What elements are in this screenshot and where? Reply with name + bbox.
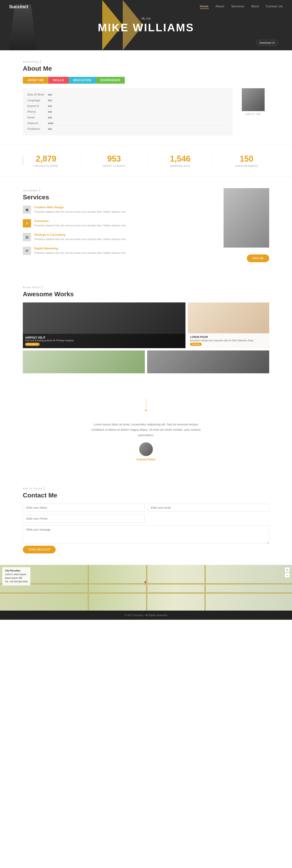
contact-form xyxy=(23,504,269,544)
stat-team-label: Team Members xyxy=(235,164,258,167)
map-address-phone: Tel: +55 444 555 4444 xyxy=(5,581,28,583)
work-stationery-tag[interactable]: DESIGN xyxy=(190,343,202,346)
contact-eyebrow: Get In Touch | xyxy=(23,486,269,490)
about-tabs: About Me Skills Education Experience xyxy=(23,77,269,84)
hero-greeting: Hi, I'm xyxy=(98,17,194,20)
marketing-icon: M xyxy=(23,247,31,255)
nav-logo[interactable]: Succinct xyxy=(9,4,28,9)
map-background: 📍 xyxy=(0,565,292,611)
testimonial-quote: Lorem ipsum dolor sit amet, consectetur … xyxy=(89,422,203,438)
contact-title: Contact Me xyxy=(23,492,269,499)
nav-links: Home About Services Work Contact Us xyxy=(200,5,283,9)
contact-name-input[interactable] xyxy=(23,504,145,512)
service-strategy-desc: Phasellus dapibus felis elit, sed accums… xyxy=(34,237,126,241)
web-design-icon: ▣ xyxy=(23,206,31,214)
work-branding-sub: Font and branding projects for Printing … xyxy=(25,339,183,342)
service-animation-content: Animation Phasellus dapibus felis elit, … xyxy=(34,219,126,227)
testimonial-section: “ Lorem ipsum dolor sit amet, consectetu… xyxy=(0,385,292,475)
hero-name: MIKE WILLIAMS xyxy=(98,21,194,34)
service-animation-desc: Phasellus dapibus felis elit, sed accums… xyxy=(34,224,126,227)
map-zoom-in-button[interactable]: + xyxy=(285,567,290,572)
contact-phone-input[interactable] xyxy=(23,515,145,523)
about-info-table: Date Of Birth xxx Language xxx Expert In… xyxy=(23,88,233,135)
stat-team: 150 Team Members xyxy=(235,154,258,167)
nav-contact[interactable]: Contact Us xyxy=(266,5,283,9)
info-row-phone: Phone xxx xyxy=(27,109,228,115)
contact-message-input[interactable] xyxy=(23,526,269,544)
service-marketing-desc: Phasellus dapibus felis elit, sed accums… xyxy=(34,251,126,255)
nav-home[interactable]: Home xyxy=(200,5,209,9)
stat-divider-3 xyxy=(213,155,213,166)
map-section: 📍 Vila Filosoﬁas Lorim 4, lorem ipsum Ip… xyxy=(0,565,292,611)
stat-projects: 2,879 Projects Done xyxy=(34,154,59,167)
nav-services[interactable]: Services xyxy=(231,5,245,9)
contact-section: Get In Touch | Contact Me SEND MESSAGE xyxy=(0,475,292,565)
tab-skills[interactable]: Skills xyxy=(48,77,69,84)
work-branding-caption: ADIPISCI VELIT Font and branding project… xyxy=(23,334,185,348)
about-section: Something | About Me About Me Skills Edu… xyxy=(0,50,292,145)
stat-awards: 1,546 Awards Won xyxy=(170,154,190,167)
nav-work[interactable]: Work xyxy=(251,5,259,9)
map-pin-icon: 📍 xyxy=(143,581,148,585)
stat-clients-label: Happy Clients xyxy=(103,164,125,167)
tab-about[interactable]: About Me xyxy=(23,77,48,84)
stat-clients-number: 953 xyxy=(103,154,125,164)
stat-awards-number: 1,546 xyxy=(170,154,190,164)
hero-content: Hi, I'm MIKE WILLIAMS xyxy=(98,17,194,34)
service-web-title: Creative Web Design xyxy=(34,206,126,209)
info-row-address: Address xxxx xyxy=(27,121,228,126)
testimonial-name: Andrew Parker xyxy=(23,458,269,461)
stat-projects-label: Projects Done xyxy=(34,164,59,167)
services-eyebrow: Incredible | xyxy=(23,188,214,192)
service-item-animation: A Animation Phasellus dapibus felis elit… xyxy=(23,219,214,227)
work-item-small-1[interactable] xyxy=(23,350,145,373)
hire-me-button[interactable]: HIRE ME xyxy=(247,254,269,262)
contact-email-input[interactable] xyxy=(147,504,269,512)
work-stationery-caption: LOREM IPSUM Accessory design and corpora… xyxy=(188,333,269,348)
work-item-branding[interactable]: ADIPISCI VELIT Font and branding project… xyxy=(23,303,185,348)
stat-clients: 953 Happy Clients xyxy=(103,154,125,167)
footer: © 2017 Succinct - All Rights Reserved xyxy=(0,611,292,620)
tab-experience[interactable]: Experience xyxy=(96,77,125,84)
works-eyebrow: Some Effort | xyxy=(23,285,269,289)
service-strategy-content: Strategy & Consulting Phasellus dapibus … xyxy=(34,233,126,241)
service-marketing-title: Digital Marketing xyxy=(34,247,126,250)
about-eyebrow: Something | xyxy=(23,59,269,64)
info-row-dob: Date Of Birth xxx xyxy=(27,92,228,98)
stat-projects-number: 2,879 xyxy=(34,154,59,164)
work-item-stationery[interactable]: LOREM IPSUM Accessory design and corpora… xyxy=(188,303,269,348)
stats-section: 2,879 Projects Done 953 Happy Clients 1,… xyxy=(0,145,292,177)
map-controls: + − xyxy=(285,567,290,578)
tab-education[interactable]: Education xyxy=(69,77,96,84)
about-photo-label: ABOUT ME xyxy=(237,113,269,116)
services-section: Incredible | Services ▣ Creative Web Des… xyxy=(0,177,292,274)
services-person-photo xyxy=(224,188,269,248)
service-animation-title: Animation xyxy=(34,219,126,223)
services-content: Incredible | Services ▣ Creative Web Des… xyxy=(23,188,214,260)
send-message-button[interactable]: SEND MESSAGE xyxy=(23,546,56,553)
info-row-expert: Expert In xxx xyxy=(27,103,228,109)
stat-team-number: 150 xyxy=(235,154,258,164)
service-item-web: ▣ Creative Web Design Phasellus dapibus … xyxy=(23,206,214,214)
nav-about[interactable]: About xyxy=(216,5,224,9)
about-photo-area: ABOUT ME xyxy=(237,88,269,135)
map-zoom-out-button[interactable]: − xyxy=(285,572,290,578)
work-branding-title: ADIPISCI VELIT xyxy=(25,336,183,339)
map-address-line2: Ipsum ipsum 432 xyxy=(5,577,22,579)
about-title: About Me xyxy=(23,65,269,72)
work-branding-tag[interactable]: BRANDING xyxy=(25,343,40,346)
map-address-title: Vila Filosoﬁas xyxy=(5,569,20,572)
animation-icon: A xyxy=(23,219,31,227)
info-row-email: Email xxx xyxy=(27,115,228,121)
testimonial-sep-line xyxy=(146,399,146,408)
testimonial-avatar xyxy=(139,442,153,456)
work-item-small-2[interactable] xyxy=(147,350,269,373)
works-grid-bottom xyxy=(23,350,269,373)
strategy-icon: ▤ xyxy=(23,233,31,241)
works-grid-top: ADIPISCI VELIT Font and branding project… xyxy=(23,303,269,348)
info-row-language: Language xxx xyxy=(27,98,228,103)
download-cv-button[interactable]: Download CV xyxy=(256,40,278,46)
works-title: Awesome Works xyxy=(23,290,269,298)
map-address-line1: Lorim 4, lorem ipsum xyxy=(5,573,26,576)
navbar: Succinct Home About Services Work Contac… xyxy=(0,0,292,13)
